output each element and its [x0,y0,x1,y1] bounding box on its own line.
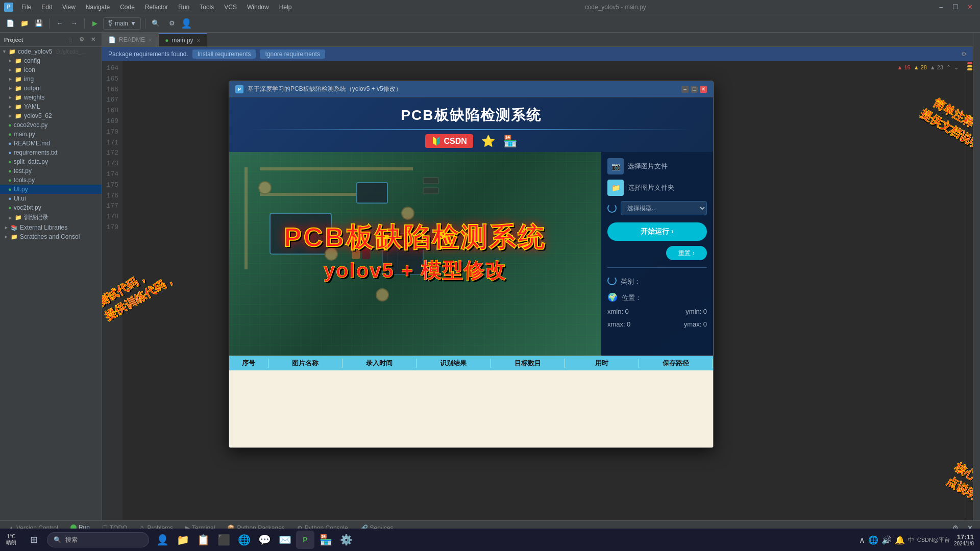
settings-btn[interactable]: ⚙ [166,17,178,30]
tree-output[interactable]: ► 📁 output [0,84,102,93]
tree-voc2txt[interactable]: ● voc2txt.py [0,203,102,212]
menu-code[interactable]: Code [116,3,139,12]
taskbar-search[interactable]: 🔍 搜索 [47,532,149,547]
app-maximize-btn[interactable]: ☐ [691,86,698,93]
menu-navigate[interactable]: Navigate [82,3,114,12]
app-header: PCB板缺陷检测系统 🔰 CSDN ⭐ 🏪 [229,97,713,152]
taskbar-settings-icon[interactable]: ⚙️ [337,531,355,549]
clear-btn[interactable]: 重置 › [666,246,707,260]
search-everywhere-btn[interactable]: 🔍 [150,17,162,30]
panel-settings-btn[interactable]: ⚙ [77,35,86,44]
app-close-btn[interactable]: ✕ [700,86,707,93]
tray-ime-icon[interactable]: 中 [908,536,914,544]
taskbar-folder-icon[interactable]: 📁 [174,531,192,549]
app-minimize-btn[interactable]: – [681,86,689,93]
tree-ui-py[interactable]: ● UI.py [0,185,102,194]
tree-scratches-label: Scratches and Consol [20,233,80,240]
tray-network-icon[interactable]: 🌐 [868,535,878,545]
start-btn[interactable]: ⊞ [24,531,43,549]
menu-window[interactable]: Window [243,3,273,12]
taskbar-app-icons: 👤 📁 📋 ⬛ 🌐 💬 ✉️ P 🏪 ⚙️ [153,531,355,549]
chevron-weights: ► [8,95,13,100]
user-btn[interactable]: 👤 [180,17,192,30]
tree-readme[interactable]: ● README.md [0,139,102,148]
tree-split[interactable]: ● split_data.py [0,157,102,166]
tree-img[interactable]: ► 📁 img [0,74,102,84]
notification-gear-icon[interactable]: ⚙ [961,51,967,58]
menu-tools[interactable]: Tools [195,3,218,12]
tree-yolov5[interactable]: ► 📁 yolov5_62 [0,111,102,120]
menu-edit[interactable]: Edit [37,3,56,12]
menu-refactor[interactable]: Refactor [141,3,172,12]
select-image-icon-btn[interactable]: 📷 [607,158,624,174]
taskbar-terminal-icon[interactable]: ⬛ [214,531,233,549]
readme-close-icon[interactable]: ✕ [148,37,152,43]
tree-requirements[interactable]: ● requirements.txt [0,148,102,157]
tree-icon[interactable]: ► 📁 icon [0,65,102,74]
menu-run[interactable]: Run [174,3,193,12]
taskbar-pycharm-icon[interactable]: P [296,531,314,549]
taskbar-store-icon[interactable]: 🏪 [316,531,335,549]
tree-test[interactable]: ● test.py [0,166,102,176]
menu-file[interactable]: File [17,3,35,12]
select-folder-icon-btn[interactable]: 📁 [607,180,624,196]
tray-expand-icon[interactable]: ∧ [859,535,865,545]
tree-weights[interactable]: ► 📁 weights [0,93,102,102]
model-select[interactable]: 选择模型... [621,201,707,215]
run-btn[interactable]: 开始运行 › [607,222,707,241]
tree-config[interactable]: ► 📁 config [0,56,102,65]
notification-bar: Package requirements found. Install requ… [102,47,973,61]
collapse-all-btn[interactable]: ≡ [66,35,75,44]
ignore-requirements-btn[interactable]: Ignore requirements [260,49,325,59]
editor-tabs: 📄 README ✕ ● main.py ✕ [102,33,973,47]
chevron-up-count[interactable]: ⌃ [946,64,951,71]
tree-external[interactable]: ► 📚 External Libraries [0,223,102,232]
tree-scratches[interactable]: ► 📁 Scratches and Consol [0,232,102,241]
install-requirements-btn[interactable]: Install requirements [192,49,256,59]
menu-view[interactable]: View [58,3,80,12]
tray-notification-icon[interactable]: 🔔 [895,535,905,545]
tray-volume-icon[interactable]: 🔊 [881,535,892,545]
tree-coco2voc[interactable]: ● coco2voc.py [0,120,102,130]
tree-yaml[interactable]: ► 📁 YAML [0,102,102,111]
forward-btn[interactable]: → [68,17,80,30]
tree-ui-ui[interactable]: ● Ui.ui [0,194,102,203]
win-maximize-btn[interactable]: ☐ [949,1,962,13]
line-num: 173 [102,159,118,169]
back-btn[interactable]: ← [54,17,66,30]
right-scrollbar[interactable] [973,33,980,520]
menu-help[interactable]: Help [275,3,296,12]
taskbar-clock[interactable]: 17:11 2024/1/8 [954,533,974,546]
taskbar-chrome-icon[interactable]: 🌐 [235,531,253,549]
project-root[interactable]: ▼ 📁 code_yolov5 D:/g/code_... [0,47,102,56]
save-btn[interactable]: 💾 [33,17,45,30]
ymax-value: 0 [703,320,707,328]
chevron-down-count[interactable]: ⌄ [954,64,959,71]
win-close-btn[interactable]: ✕ [964,1,976,13]
tree-readme-label: README.md [14,140,50,147]
branch-selector[interactable]: ⚧ main ▼ [103,17,141,30]
taskbar-avatar-icon[interactable]: 👤 [153,531,172,549]
tree-main[interactable]: ● main.py [0,130,102,139]
tree-training[interactable]: ► 📁 训练记录 [0,212,102,223]
csdn-logo[interactable]: 🔰 CSDN [425,134,473,148]
taskbar-weather[interactable]: 1°C 晴朗 [6,534,16,546]
open-btn[interactable]: 📁 [18,17,31,30]
main-py-close-icon[interactable]: ✕ [197,38,201,43]
win-minimize-btn[interactable]: – [935,1,947,13]
error-gutter [966,61,973,520]
new-file-btn[interactable]: 📄 [4,17,16,30]
run-toolbar-btn[interactable]: ▶ [89,17,101,30]
folder-icon-weights: 📁 [15,94,22,101]
tree-output-label: output [24,85,41,92]
file-icon-req: ● [8,149,12,156]
taskbar-wechat-icon[interactable]: 💬 [255,531,274,549]
tab-readme[interactable]: 📄 README ✕ [102,33,159,46]
taskbar-email-icon[interactable]: ✉️ [276,531,294,549]
select-image-label: 选择图片文件 [628,162,668,171]
tree-tools[interactable]: ● tools.py [0,176,102,185]
taskbar-files-icon[interactable]: 📋 [194,531,212,549]
panel-close-btn[interactable]: ✕ [88,35,97,44]
tab-main-py[interactable]: ● main.py ✕ [159,33,207,46]
menu-vcs[interactable]: VCS [220,3,241,12]
